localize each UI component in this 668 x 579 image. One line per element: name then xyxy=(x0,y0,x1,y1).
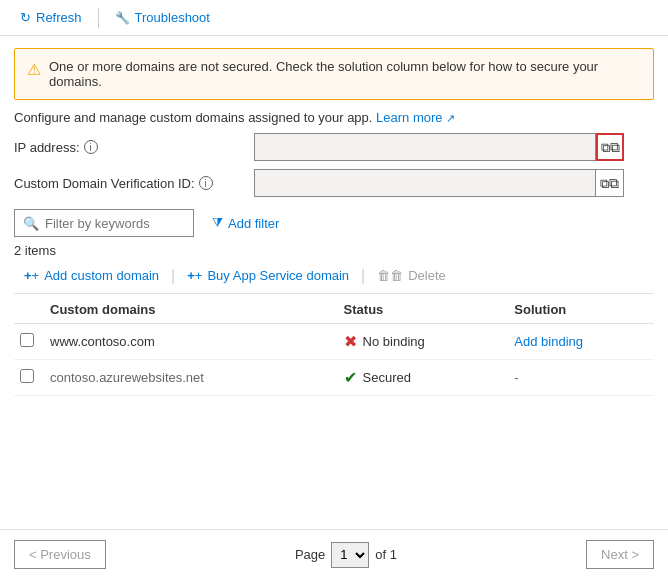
table-row: contoso.azurewebsites.net ✔ Secured - xyxy=(14,360,654,396)
funnel-icon: ⧩ xyxy=(212,215,223,231)
filter-input[interactable] xyxy=(45,216,175,231)
delete-label: Delete xyxy=(408,268,446,283)
row2-status: ✔ Secured xyxy=(334,360,505,396)
table-row: www.contoso.com ✖ No binding Add binding xyxy=(14,324,654,360)
verification-id-input[interactable] xyxy=(254,169,596,197)
verification-id-input-wrapper: ⧉ xyxy=(254,169,624,197)
row1-domain: www.contoso.com xyxy=(40,324,334,360)
domains-table: Custom domains Status Solution www.conto… xyxy=(14,294,654,396)
next-button[interactable]: Next > xyxy=(586,540,654,569)
copy-icon: ⧉ xyxy=(601,139,620,156)
verification-id-copy-button[interactable]: ⧉ xyxy=(596,169,624,197)
row1-status: ✖ No binding xyxy=(334,324,505,360)
copy-icon-2: ⧉ xyxy=(600,175,619,192)
row2-checkbox[interactable] xyxy=(20,369,34,383)
search-icon: 🔍 xyxy=(23,216,39,231)
ip-address-input-wrapper: ⧉ xyxy=(254,133,624,161)
row1-checkbox-cell xyxy=(14,324,40,360)
trash-icon: 🗑 xyxy=(377,268,403,283)
error-icon: ✖ xyxy=(344,332,357,351)
refresh-label: Refresh xyxy=(36,10,82,25)
of-label: of 1 xyxy=(375,547,397,562)
ip-address-label: IP address: i xyxy=(14,140,254,155)
filter-input-wrapper: 🔍 xyxy=(14,209,194,237)
verification-id-row: Custom Domain Verification ID: i ⧉ xyxy=(14,169,654,197)
row2-checkbox-cell xyxy=(14,360,40,396)
action-separator-2: | xyxy=(359,267,367,285)
buy-app-service-domain-label: Buy App Service domain xyxy=(207,268,349,283)
add-binding-link[interactable]: Add binding xyxy=(514,334,583,349)
previous-label: < Previous xyxy=(29,547,91,562)
wrench-icon xyxy=(115,10,130,25)
verification-id-info-icon[interactable]: i xyxy=(199,176,213,190)
learn-more-link[interactable]: Learn more xyxy=(376,110,455,125)
info-text: Configure and manage custom domains assi… xyxy=(14,110,372,125)
ok-icon: ✔ xyxy=(344,368,357,387)
troubleshoot-label: Troubleshoot xyxy=(135,10,210,25)
delete-button[interactable]: 🗑 Delete xyxy=(367,264,456,287)
th-checkbox xyxy=(14,294,40,324)
footer-left: < Previous xyxy=(14,540,106,569)
plus-icon: + xyxy=(24,268,39,283)
previous-button[interactable]: < Previous xyxy=(14,540,106,569)
external-link-icon xyxy=(443,110,455,125)
add-filter-label: Add filter xyxy=(228,216,279,231)
items-count: 2 items xyxy=(14,243,654,258)
th-solution: Solution xyxy=(504,294,654,324)
troubleshoot-button[interactable]: Troubleshoot xyxy=(107,6,218,29)
row2-solution: - xyxy=(504,360,654,396)
row1-solution: Add binding xyxy=(504,324,654,360)
footer: < Previous Page 1 of 1 Next > xyxy=(0,529,668,579)
action-bar: + Add custom domain | + Buy App Service … xyxy=(14,264,654,294)
filter-row: 🔍 ⧩ Add filter xyxy=(14,209,654,237)
footer-center: Page 1 of 1 xyxy=(295,542,397,568)
th-status: Status xyxy=(334,294,505,324)
table-header-row: Custom domains Status Solution xyxy=(14,294,654,324)
learn-more-label: Learn more xyxy=(376,110,442,125)
row2-domain: contoso.azurewebsites.net xyxy=(40,360,334,396)
th-custom-domains: Custom domains xyxy=(40,294,334,324)
plus-icon-2: + xyxy=(187,268,202,283)
action-separator-1: | xyxy=(169,267,177,285)
warning-text: One or more domains are not secured. Che… xyxy=(49,59,641,89)
ip-address-copy-button[interactable]: ⧉ xyxy=(596,133,624,161)
ip-address-row: IP address: i ⧉ xyxy=(14,133,654,161)
ip-address-input[interactable] xyxy=(254,133,596,161)
add-custom-domain-label: Add custom domain xyxy=(44,268,159,283)
add-filter-button[interactable]: ⧩ Add filter xyxy=(202,211,289,235)
refresh-button[interactable]: Refresh xyxy=(12,6,90,29)
next-label: Next > xyxy=(601,547,639,562)
page-select[interactable]: 1 xyxy=(331,542,369,568)
refresh-icon xyxy=(20,10,31,25)
toolbar-separator xyxy=(98,8,99,28)
page-label: Page xyxy=(295,547,325,562)
form-section: IP address: i ⧉ Custom Domain Verificati… xyxy=(14,133,654,197)
warning-banner: ⚠ One or more domains are not secured. C… xyxy=(14,48,654,100)
warning-icon: ⚠ xyxy=(27,60,41,79)
verification-id-label: Custom Domain Verification ID: i xyxy=(14,176,254,191)
info-section: Configure and manage custom domains assi… xyxy=(14,110,654,125)
add-custom-domain-button[interactable]: + Add custom domain xyxy=(14,264,169,287)
table-wrapper: Custom domains Status Solution www.conto… xyxy=(14,294,654,396)
buy-app-service-domain-button[interactable]: + Buy App Service domain xyxy=(177,264,359,287)
toolbar: Refresh Troubleshoot xyxy=(0,0,668,36)
ip-address-info-icon[interactable]: i xyxy=(84,140,98,154)
row1-checkbox[interactable] xyxy=(20,333,34,347)
footer-right: Next > xyxy=(586,540,654,569)
